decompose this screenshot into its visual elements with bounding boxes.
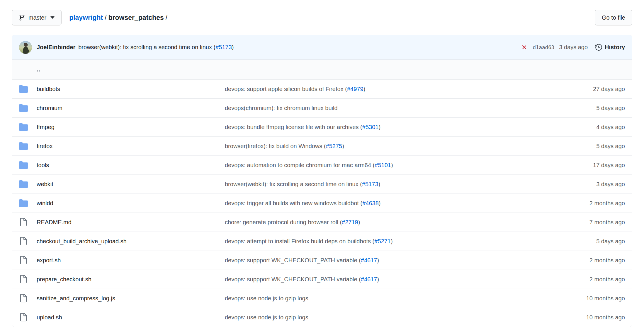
table-row: buildbots devops: support apple silicon …	[12, 79, 632, 98]
file-name-link[interactable]: export.sh	[37, 257, 61, 263]
row-commit-message-text: devops(chromium): fix chromium linux bui…	[225, 105, 338, 111]
repo-file-browser: master playwright/browser_patches/ Go to…	[0, 0, 644, 327]
folder-icon	[19, 180, 28, 189]
row-commit-message-text: browser(webkit): fix scrolling a second …	[225, 181, 362, 187]
table-row: checkout_build_archive_upload.sh devops:…	[12, 232, 632, 251]
row-commit-message[interactable]: devops: suppport WK_CHECKOUT_PATH variab…	[225, 276, 543, 283]
row-commit-message[interactable]: browser(webkit): fix scrolling a second …	[225, 181, 543, 188]
git-branch-icon	[19, 14, 25, 21]
commit-author-link[interactable]: JoelEinbinder	[37, 44, 75, 51]
file-name-link[interactable]: ffmpeg	[37, 124, 55, 130]
row-icon-cell	[19, 104, 28, 112]
row-pr-link[interactable]: #4617	[361, 257, 377, 263]
folder-icon	[19, 199, 28, 208]
row-pr-link[interactable]: #5271	[374, 238, 391, 244]
history-link[interactable]: History	[595, 44, 625, 51]
row-commit-message[interactable]: devops(chromium): fix chromium linux bui…	[225, 105, 543, 112]
toolbar: master playwright/browser_patches/ Go to…	[12, 10, 632, 25]
row-commit-message[interactable]: chore: generate protocol during browser …	[225, 219, 543, 226]
row-commit-date: 7 months ago	[552, 219, 625, 226]
file-name-link[interactable]: prepare_checkout.sh	[37, 276, 91, 282]
folder-icon	[19, 161, 28, 169]
row-pr-link[interactable]: #4638	[362, 200, 379, 206]
row-commit-message[interactable]: devops: support apple silicon builds of …	[225, 86, 543, 93]
file-name-link[interactable]: upload.sh	[37, 314, 62, 321]
row-commit-message[interactable]: devops: bundle ffmpeg license file with …	[225, 124, 543, 131]
table-row: firefox browser(firefox): fix build on W…	[12, 136, 632, 155]
row-icon-cell	[19, 313, 28, 322]
file-name-link[interactable]: chromium	[37, 105, 62, 111]
row-pr-link[interactable]: #5101	[375, 162, 391, 168]
commit-message-text: browser(webkit): fix scrolling a second …	[78, 44, 215, 50]
commit-sha-link[interactable]: d1aad63	[533, 44, 554, 50]
parent-directory-row: ..	[12, 60, 632, 79]
row-commit-message[interactable]: devops: trigger all builds with new wind…	[225, 200, 543, 207]
row-commit-message[interactable]: devops: attempt to install Firefox build…	[225, 238, 543, 245]
history-clock-icon	[595, 44, 602, 51]
row-commit-message-text: )	[377, 276, 379, 282]
file-icon	[19, 275, 28, 284]
row-pr-link[interactable]: #4979	[347, 86, 363, 92]
author-avatar[interactable]	[19, 41, 32, 54]
row-commit-message[interactable]: devops: suppport WK_CHECKOUT_PATH variab…	[225, 257, 543, 264]
table-row: ffmpeg devops: bundle ffmpeg license fil…	[12, 117, 632, 136]
breadcrumb-separator: /	[164, 14, 169, 21]
row-commit-date: 5 days ago	[552, 238, 625, 245]
row-commit-message[interactable]: devops: automation to compile chromium f…	[225, 162, 543, 169]
file-name-link[interactable]: buildbots	[37, 86, 60, 92]
file-name-link[interactable]: firefox	[37, 143, 52, 149]
breadcrumb-repo-link[interactable]: playwright	[69, 14, 103, 21]
file-name-link[interactable]: winldd	[37, 200, 53, 206]
row-commit-message-text: devops: use node.js to gzip logs	[225, 295, 308, 302]
row-commit-message[interactable]: devops: use node.js to gzip logs	[225, 314, 543, 321]
row-pr-link[interactable]: #5173	[362, 181, 378, 187]
row-commit-message-text: devops: suppport WK_CHECKOUT_PATH variab…	[225, 257, 361, 263]
file-name-link[interactable]: webkit	[37, 181, 53, 187]
commit-pr-link[interactable]: #5173	[215, 44, 232, 50]
table-row: upload.sh devops: use node.js to gzip lo…	[12, 308, 632, 327]
table-row: winldd devops: trigger all builds with n…	[12, 193, 632, 213]
row-commit-message-text: )	[378, 124, 380, 130]
commit-message-text: )	[232, 44, 234, 50]
row-commit-message[interactable]: devops: use node.js to gzip logs	[225, 295, 543, 302]
x-failed-status-icon[interactable]	[521, 44, 528, 51]
row-pr-link[interactable]: #2719	[342, 219, 358, 225]
file-name-link[interactable]: README.md	[37, 219, 72, 225]
file-icon	[19, 256, 28, 265]
table-row: export.sh devops: suppport WK_CHECKOUT_P…	[12, 251, 632, 270]
row-icon-cell	[19, 218, 28, 227]
row-commit-message-text: devops: attempt to install Firefox build…	[225, 238, 374, 244]
row-commit-date: 2 months ago	[552, 257, 625, 264]
row-commit-message-text: )	[391, 238, 393, 244]
file-name-link[interactable]: tools	[37, 162, 49, 168]
row-commit-message-text: )	[391, 162, 393, 168]
commit-message[interactable]: browser(webkit): fix scrolling a second …	[78, 44, 234, 51]
row-commit-message-text: )	[379, 200, 381, 206]
file-name-link[interactable]: checkout_build_archive_upload.sh	[37, 238, 127, 244]
breadcrumb-separator: /	[103, 14, 108, 21]
breadcrumb: playwright/browser_patches/	[69, 14, 169, 22]
row-commit-date: 10 months ago	[552, 314, 625, 321]
table-row: tools devops: automation to compile chro…	[12, 155, 632, 174]
history-label: History	[605, 44, 625, 51]
row-pr-link[interactable]: #5301	[362, 124, 379, 130]
commit-time: 3 days ago	[559, 44, 588, 51]
folder-icon	[19, 142, 28, 150]
file-table: JoelEinbinder browser(webkit): fix scrol…	[12, 35, 632, 327]
branch-selector-button[interactable]: master	[12, 10, 62, 25]
go-to-file-button[interactable]: Go to file	[595, 10, 632, 25]
row-commit-message-text: devops: trigger all builds with new wind…	[225, 200, 362, 206]
file-icon	[19, 294, 28, 303]
row-pr-link[interactable]: #4617	[361, 276, 377, 282]
row-pr-link[interactable]: #5275	[326, 143, 342, 149]
file-name-link[interactable]: sanitize_and_compress_log.js	[37, 295, 115, 302]
row-commit-message[interactable]: browser(firefox): fix build on Windows (…	[225, 143, 543, 150]
folder-icon	[19, 104, 28, 112]
parent-directory-link[interactable]: ..	[37, 66, 40, 73]
row-commit-message-text: )	[377, 257, 379, 263]
row-commit-message-text: browser(firefox): fix build on Windows (	[225, 143, 326, 149]
file-icon	[19, 218, 28, 227]
row-icon-cell	[19, 294, 28, 303]
file-icon	[19, 313, 28, 322]
row-icon-cell	[19, 275, 28, 284]
